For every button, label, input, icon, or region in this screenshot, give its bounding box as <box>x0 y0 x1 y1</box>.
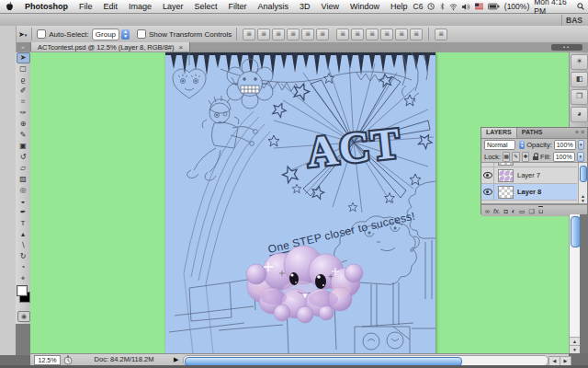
scroll-arrows-icon[interactable]: ▲▼ <box>579 194 587 203</box>
menu-select[interactable]: Select <box>189 2 223 11</box>
menu-image[interactable]: Image <box>123 2 157 11</box>
tool-eraser[interactable]: ▱ <box>17 163 29 174</box>
layer-row-7[interactable]: Layer 7 <box>481 167 577 184</box>
opacity-dropdown-icon[interactable]: ▾ <box>578 140 584 150</box>
menu-help[interactable]: Help <box>385 2 413 11</box>
layer-thumbnail[interactable] <box>498 162 514 166</box>
version-cue-icon[interactable] <box>63 355 73 365</box>
add-layer-mask-icon[interactable]: ◘ <box>503 206 507 216</box>
tool-gradient[interactable]: ▨ <box>17 174 29 185</box>
foreground-color-swatch[interactable] <box>17 285 28 296</box>
lock-all-icon[interactable] <box>531 153 538 161</box>
menu-analysis[interactable]: Analysis <box>253 2 295 11</box>
canvas-artwork[interactable]: ACT ACT One STEP closer to success! <box>165 52 435 353</box>
tool-history-brush[interactable]: ↺ <box>17 152 29 163</box>
align-hcenter-icon[interactable]: ≣ <box>301 29 314 40</box>
distribute-left-icon[interactable]: ≣ <box>380 29 393 40</box>
tool-eyedropper[interactable]: ✑ <box>17 108 29 119</box>
tool-blur[interactable]: ◎ <box>17 185 29 196</box>
tool-path-selection[interactable]: ▴ <box>17 229 29 240</box>
new-layer-icon[interactable]: ❏ <box>528 206 534 216</box>
tool-brush[interactable]: ✎ <box>17 130 29 141</box>
menu-edit[interactable]: Edit <box>98 2 124 11</box>
tool-3d-orbit[interactable]: ◔ <box>17 262 29 273</box>
link-layers-icon[interactable]: ∞ <box>485 206 490 216</box>
align-bottom-icon[interactable]: ≣ <box>272 29 285 40</box>
spotlight-icon[interactable] <box>577 2 584 11</box>
lock-transparency-icon[interactable]: ▦ <box>503 152 510 162</box>
input-flag-icon[interactable] <box>475 3 484 10</box>
adjustment-layer-icon[interactable]: ◐ <box>512 206 515 216</box>
wifi-icon[interactable] <box>449 3 458 11</box>
align-left-icon[interactable]: ≣ <box>287 29 300 40</box>
move-tool-preset-icon[interactable]: ➤▾ <box>18 30 27 39</box>
distribute-hcenter-icon[interactable]: ≣ <box>395 29 408 40</box>
tool-zoom[interactable]: ⌖ <box>17 273 29 284</box>
time-machine-icon[interactable] <box>427 2 435 11</box>
tool-dodge[interactable]: ◒ <box>17 196 29 207</box>
status-options-arrow-icon[interactable]: ▶ <box>174 355 178 364</box>
tool-marquee[interactable]: ▢ <box>17 63 29 75</box>
tool-lasso[interactable]: ϱ <box>17 75 29 86</box>
auto-select-checkbox[interactable] <box>37 29 46 39</box>
layer-name[interactable]: Layer 7 <box>517 171 540 179</box>
layer-style-icon[interactable]: fx. <box>493 206 500 216</box>
apple-menu[interactable] <box>0 2 19 12</box>
tool-clone-stamp[interactable]: ▣ <box>17 141 29 152</box>
layer-name[interactable]: Layer 8 <box>517 188 541 196</box>
zoom-level-field[interactable]: 12.5% <box>34 355 61 365</box>
layer-thumbnail[interactable] <box>498 169 514 182</box>
tool-move[interactable]: ➤ <box>17 52 30 63</box>
blend-mode-dropdown[interactable]: Normal <box>484 140 515 150</box>
align-vcenter-icon[interactable]: ≣ <box>257 29 270 40</box>
menu-photoshop[interactable]: Photoshop <box>19 2 74 11</box>
layers-scrollbar[interactable]: ▲▼ <box>578 163 587 203</box>
auto-align-layers-icon[interactable]: ≣ <box>435 29 447 40</box>
tool-crop[interactable]: ⌗ <box>17 97 29 108</box>
visibility-toggle[interactable] <box>481 184 494 200</box>
workspace-switcher[interactable]: BAS <box>561 15 586 26</box>
auto-select-scope-dropdown[interactable]: Group <box>92 29 119 40</box>
fill-field[interactable]: 100% <box>553 152 575 162</box>
menu-file[interactable]: File <box>74 2 98 11</box>
distribute-vcenter-icon[interactable]: ≣ <box>351 29 364 40</box>
adjustments-panel-icon[interactable]: ☀ <box>571 54 588 70</box>
lock-position-icon[interactable]: ✚ <box>522 152 529 162</box>
clone-source-panel-icon[interactable]: ❐ <box>571 89 588 105</box>
opacity-field[interactable]: 100% <box>554 140 576 150</box>
tools-panel-header[interactable]: » <box>16 42 30 52</box>
masks-panel-icon[interactable]: ◧ <box>571 72 588 87</box>
menu-3d[interactable]: 3D <box>294 2 316 11</box>
blend-stepper-icon[interactable]: ▲▼ <box>519 141 525 149</box>
show-transform-checkbox[interactable] <box>137 29 146 39</box>
menu-window[interactable]: Window <box>345 2 385 11</box>
tool-spot-healing[interactable]: ⊕ <box>17 119 29 130</box>
distribute-top-icon[interactable]: ≣ <box>336 29 349 40</box>
histogram-panel-icon[interactable]: ◕ <box>571 107 588 122</box>
menu-view[interactable]: View <box>316 2 345 11</box>
tool-3d-rotate[interactable]: ↻ <box>17 251 29 262</box>
tab-close-icon[interactable]: × <box>179 43 184 52</box>
menu-filter[interactable]: Filter <box>223 2 253 11</box>
tool-quick-selection[interactable]: ✐ <box>17 86 29 97</box>
bluetooth-icon[interactable] <box>440 2 445 11</box>
battery-icon[interactable] <box>488 3 499 10</box>
scrollbar-thumb[interactable] <box>185 357 462 366</box>
scroll-up-icon[interactable]: ▲ <box>570 337 580 345</box>
document-tab[interactable]: ACTcontest.psd @ 12.5% (Layer 8, RGB/8#)… <box>30 42 190 52</box>
tool-type[interactable]: T <box>17 218 29 229</box>
visibility-toggle[interactable] <box>481 162 494 167</box>
tool-pen[interactable]: ✒ <box>17 207 29 218</box>
distribute-bottom-icon[interactable]: ≣ <box>366 29 379 40</box>
align-top-icon[interactable]: ≣ <box>243 29 255 40</box>
distribute-right-icon[interactable]: ≣ <box>410 29 423 40</box>
dropdown-stepper-icon[interactable]: ▲▼ <box>121 29 130 40</box>
lock-pixels-icon[interactable]: ✎ <box>512 152 519 162</box>
scroll-down-icon[interactable]: ▼ <box>570 345 580 353</box>
layer-thumbnail[interactable] <box>498 186 514 199</box>
tab-paths[interactable]: PATHS <box>517 128 548 138</box>
visibility-toggle[interactable] <box>481 167 494 183</box>
layer-row-8-selected[interactable]: Layer 8 <box>481 184 577 201</box>
tool-line-shape[interactable]: ∖ <box>17 240 29 251</box>
fill-dropdown-icon[interactable]: ▾ <box>577 152 584 162</box>
